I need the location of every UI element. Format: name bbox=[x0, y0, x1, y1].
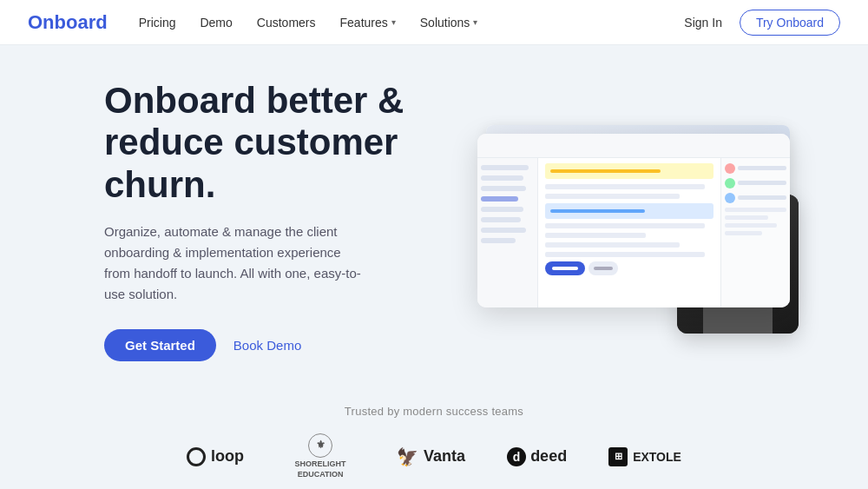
nav-customers[interactable]: Customers bbox=[257, 16, 316, 30]
hero-buttons: Get Started Book Demo bbox=[104, 329, 434, 361]
navbar: Onboard Pricing Demo Customers Features … bbox=[0, 0, 868, 45]
logo[interactable]: Onboard bbox=[28, 11, 108, 34]
nav-pricing[interactable]: Pricing bbox=[139, 16, 176, 30]
hero-section: Onboard better & reduce customer churn. … bbox=[0, 45, 868, 387]
book-demo-link[interactable]: Book Demo bbox=[233, 338, 301, 353]
loop-icon bbox=[187, 447, 206, 466]
logo-vanta: 🦅 Vanta bbox=[397, 446, 465, 467]
nav-demo[interactable]: Demo bbox=[200, 16, 232, 30]
chevron-down-icon: ▾ bbox=[391, 17, 396, 27]
hero-subtitle: Organize, automate & manage the client o… bbox=[104, 221, 365, 305]
get-started-button[interactable]: Get Started bbox=[104, 329, 216, 361]
nav-links: Pricing Demo Customers Features ▾ Soluti… bbox=[139, 16, 685, 30]
nav-solutions[interactable]: Solutions ▾ bbox=[420, 16, 478, 30]
extole-icon: ⊞ bbox=[608, 447, 628, 466]
deed-icon: d bbox=[507, 447, 526, 466]
logos-row: loop ⚜ SHORELIGHT EDUCATION 🦅 Vanta d de… bbox=[0, 433, 868, 479]
logo-loop: loop bbox=[187, 447, 244, 466]
shorelight-icon: ⚜ bbox=[308, 433, 332, 458]
nav-features[interactable]: Features ▾ bbox=[340, 16, 396, 30]
chevron-down-icon: ▾ bbox=[473, 17, 477, 27]
logo-extole: ⊞ EXTOLE bbox=[608, 447, 681, 466]
vanta-icon: 🦅 bbox=[397, 446, 418, 467]
trusted-section: Trusted by modern success teams loop ⚜ S… bbox=[0, 387, 868, 489]
hero-text: Onboard better & reduce customer churn. … bbox=[104, 80, 434, 361]
nav-actions: Sign In Try Onboard bbox=[684, 10, 840, 36]
logo-shorelight: ⚜ SHORELIGHT EDUCATION bbox=[286, 433, 355, 479]
try-onboard-button[interactable]: Try Onboard bbox=[740, 10, 840, 36]
trusted-label: Trusted by modern success teams bbox=[0, 405, 868, 418]
logo-deed: d deed bbox=[507, 447, 567, 466]
app-screenshot bbox=[477, 134, 790, 307]
hero-title: Onboard better & reduce customer churn. bbox=[104, 80, 434, 206]
hero-visual bbox=[469, 116, 799, 325]
sign-in-link[interactable]: Sign In bbox=[684, 16, 722, 30]
